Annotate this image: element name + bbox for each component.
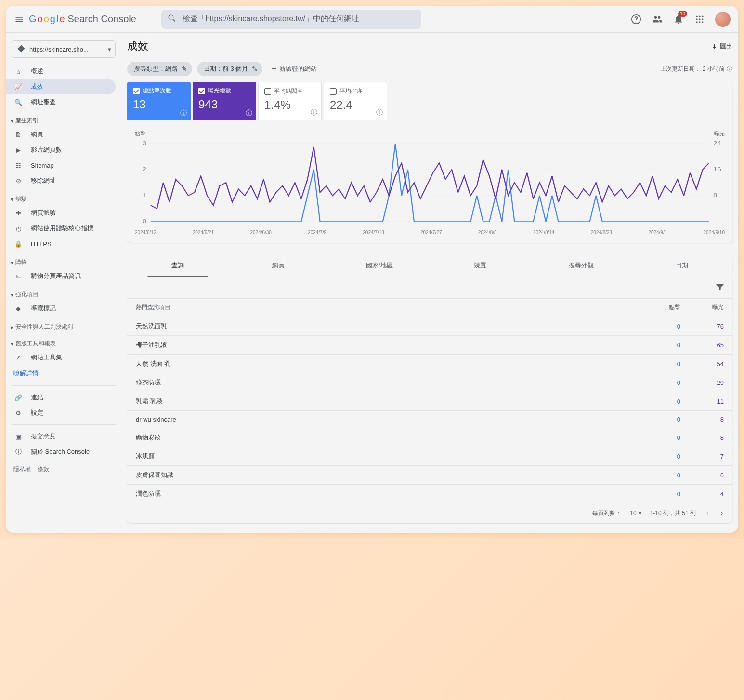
nav-overview[interactable]: ⌂概述 bbox=[6, 64, 116, 79]
nav-settings[interactable]: ⚙設定 bbox=[6, 405, 116, 421]
tab-5[interactable]: 日期 bbox=[632, 254, 733, 277]
chevron-down-icon: ▾ bbox=[639, 510, 641, 516]
tab-0[interactable]: 查詢 bbox=[127, 254, 228, 277]
property-name: https://skincare.sho... bbox=[29, 46, 89, 53]
col-clicks[interactable]: ↓點擊 bbox=[637, 304, 680, 312]
gear-icon: ⚙ bbox=[13, 409, 23, 417]
lock-icon: 🔒 bbox=[13, 240, 23, 248]
rows-per-page-select[interactable]: 10 ▾ bbox=[630, 510, 641, 516]
nav-performance[interactable]: 📈成效 bbox=[6, 79, 116, 94]
tile-ctr[interactable]: 平均點閱率 1.4% ⓘ bbox=[258, 82, 322, 120]
cell-impressions: 65 bbox=[680, 342, 724, 349]
query-table-card: 查詢網頁國家/地區裝置搜尋外觀日期 熱門查詢項目 ↓點擊 曝光 天然洗面乳076… bbox=[127, 254, 732, 523]
table-row[interactable]: 椰子油乳液065 bbox=[127, 335, 732, 354]
cell-query: 皮膚保養知識 bbox=[136, 471, 637, 479]
info-icon[interactable]: ⓘ bbox=[376, 108, 383, 117]
property-selector[interactable]: https://skincare.sho... ▾ bbox=[12, 40, 116, 58]
cell-impressions: 8 bbox=[680, 416, 724, 423]
info-icon[interactable]: ⓘ bbox=[311, 108, 317, 117]
tile-clicks[interactable]: 總點擊次數 13 ⓘ bbox=[127, 82, 191, 120]
svg-text:0: 0 bbox=[143, 218, 146, 225]
section-indexing[interactable]: ▾ 產生索引 bbox=[6, 113, 121, 127]
apps-icon[interactable] bbox=[694, 13, 705, 25]
nav-https[interactable]: 🔒HTTPS bbox=[6, 236, 116, 251]
menu-icon[interactable] bbox=[13, 13, 25, 25]
nav-feedback[interactable]: ▣提交意見 bbox=[6, 429, 116, 444]
nav-toolset[interactable]: ↗網站工具集 bbox=[6, 350, 116, 365]
tab-3[interactable]: 裝置 bbox=[430, 254, 531, 277]
layers-icon: ◆ bbox=[13, 305, 23, 312]
info-icon[interactable]: ⓘ bbox=[246, 109, 252, 118]
chip-search-type[interactable]: 搜尋類型：網路 ✎ bbox=[127, 62, 192, 76]
nav-core-web-vitals[interactable]: ◷網站使用體驗核心指標 bbox=[6, 221, 116, 236]
filter-icon[interactable] bbox=[715, 282, 725, 293]
table-row[interactable]: 潤色防曬04 bbox=[127, 484, 732, 503]
cell-query: 潤色防曬 bbox=[136, 489, 637, 498]
section-security[interactable]: ▸ 安全性與人工判決處罰 bbox=[6, 319, 121, 333]
remove-icon: ⊘ bbox=[13, 177, 23, 185]
nav-url-inspection[interactable]: 🔍網址審查 bbox=[6, 94, 116, 110]
prev-page-button[interactable]: ‹ bbox=[705, 508, 710, 518]
next-page-button[interactable]: › bbox=[719, 508, 725, 518]
search-icon bbox=[167, 13, 177, 25]
table-row[interactable]: 皮膚保養知識06 bbox=[127, 465, 732, 484]
sitemap-icon: ☷ bbox=[13, 162, 23, 169]
nav-learn-more[interactable]: 瞭解詳情 bbox=[6, 365, 121, 382]
nav-shopping-info[interactable]: 🏷購物分頁產品資訊 bbox=[6, 268, 116, 284]
table-row[interactable]: 乳霜 乳液011 bbox=[127, 392, 732, 410]
svg-point-4 bbox=[699, 18, 700, 20]
col-query: 熱門查詢項目 bbox=[136, 304, 637, 312]
svg-text:1: 1 bbox=[143, 192, 146, 198]
tab-4[interactable]: 搜尋外觀 bbox=[531, 254, 632, 277]
nav-removals[interactable]: ⊘移除網址 bbox=[6, 173, 116, 188]
rows-per-page-label: 每頁列數： bbox=[592, 509, 621, 517]
nav-page-experience[interactable]: ✚網頁體驗 bbox=[6, 205, 116, 221]
section-experience[interactable]: ▾ 體驗 bbox=[6, 191, 121, 205]
plus-circle-icon: ✚ bbox=[13, 210, 23, 217]
section-shopping[interactable]: ▾ 購物 bbox=[6, 254, 121, 268]
tab-2[interactable]: 國家/地區 bbox=[329, 254, 430, 277]
checkbox-icon bbox=[264, 88, 271, 95]
table-row[interactable]: 礦物彩妝08 bbox=[127, 428, 732, 447]
help-icon[interactable]: ⓘ bbox=[727, 65, 732, 73]
topbar: Google Search Console 檢查「https://skincar… bbox=[6, 6, 738, 33]
cell-clicks: 0 bbox=[637, 434, 680, 441]
terms-link[interactable]: 條款 bbox=[38, 465, 49, 474]
svg-point-6 bbox=[696, 21, 698, 23]
nav-video-pages[interactable]: ▶影片網頁數 bbox=[6, 142, 116, 158]
table-row[interactable]: 天然 洗面 乳054 bbox=[127, 354, 732, 373]
nav-pages[interactable]: 🗎網頁 bbox=[6, 127, 116, 142]
account-avatar[interactable] bbox=[715, 12, 731, 27]
notifications-icon[interactable]: 10 bbox=[673, 13, 684, 25]
download-icon: ⬇ bbox=[712, 43, 717, 50]
users-icon[interactable] bbox=[652, 13, 663, 25]
info-icon[interactable]: ⓘ bbox=[180, 109, 187, 118]
table-row[interactable]: dr wu skincare08 bbox=[127, 410, 732, 428]
home-icon: ⌂ bbox=[13, 68, 23, 75]
privacy-link[interactable]: 隱私權 bbox=[13, 465, 31, 474]
export-button[interactable]: ⬇ 匯出 bbox=[712, 42, 732, 51]
tab-1[interactable]: 網頁 bbox=[228, 254, 329, 277]
add-filter-button[interactable]: + 新驗證的網站 bbox=[267, 64, 321, 74]
table-row[interactable]: 綠茶防曬029 bbox=[127, 373, 732, 392]
table-row[interactable]: 天然洗面乳076 bbox=[127, 317, 732, 335]
help-icon[interactable] bbox=[630, 13, 642, 25]
section-enhancements[interactable]: ▾ 強化項目 bbox=[6, 287, 121, 301]
col-impressions[interactable]: 曝光 bbox=[680, 304, 724, 312]
nav-breadcrumbs[interactable]: ◆導覽標記 bbox=[6, 301, 116, 316]
tile-position[interactable]: 平均排序 22.4 ⓘ bbox=[324, 82, 387, 120]
nav-links[interactable]: 🔗連結 bbox=[6, 390, 116, 405]
left-axis-label: 點擊 bbox=[135, 130, 145, 137]
cell-query: dr wu skincare bbox=[136, 416, 637, 423]
svg-text:8: 8 bbox=[713, 192, 717, 198]
nav-about[interactable]: ⓘ關於 Search Console bbox=[6, 444, 116, 460]
table-header: 熱門查詢項目 ↓點擊 曝光 bbox=[127, 298, 732, 317]
table-pagination: 每頁列數： 10 ▾ 1-10 列，共 51 列 ‹ › bbox=[127, 503, 732, 523]
table-row[interactable]: 冰肌顏07 bbox=[127, 447, 732, 465]
section-legacy[interactable]: ▾ 舊版工具和報表 bbox=[6, 336, 121, 350]
cell-clicks: 0 bbox=[637, 323, 680, 330]
tile-impressions[interactable]: 曝光總數 943 ⓘ bbox=[193, 82, 256, 120]
chip-date-range[interactable]: 日期：前 3 個月 ✎ bbox=[197, 62, 262, 76]
url-inspect-search[interactable]: 檢查「https://skincare.shopstore.tw/」中的任何網址 bbox=[161, 10, 421, 29]
nav-sitemaps[interactable]: ☷Sitemap bbox=[6, 158, 116, 173]
